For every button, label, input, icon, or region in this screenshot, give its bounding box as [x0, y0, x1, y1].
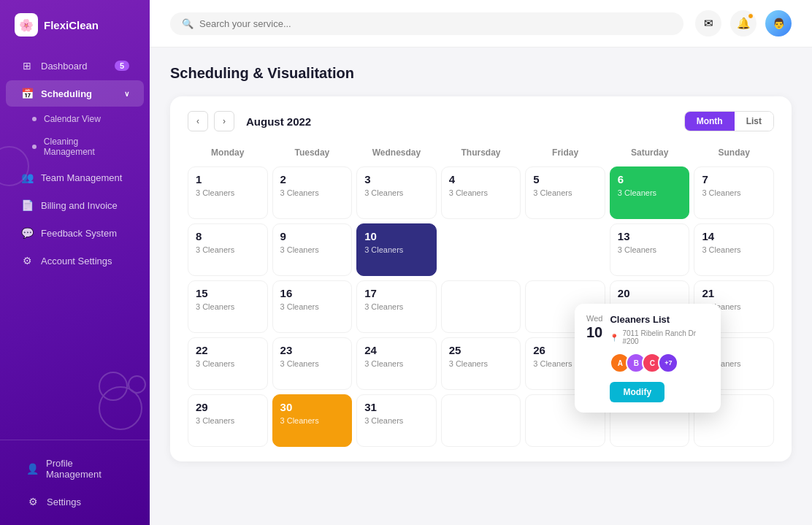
popup-address-text: 7011 Ribelin Ranch Dr #200 — [622, 329, 709, 345]
calendar-empty-a — [441, 394, 521, 447]
search-bar[interactable]: 🔍 — [170, 12, 683, 35]
day-header-tuesday: Tuesday — [272, 143, 353, 162]
billing-icon: 📄 — [20, 199, 34, 211]
sidebar-item-calendar-view[interactable]: Calendar View — [6, 108, 144, 130]
avatar-more: +7 — [658, 353, 678, 373]
calendar-day-23[interactable]: 23 3 Cleaners — [272, 337, 353, 390]
view-toggle: Month List — [684, 111, 774, 131]
sidebar-label-account-settings: Account Settings — [41, 256, 112, 267]
day-header-saturday: Saturday — [610, 143, 690, 162]
sidebar-item-dashboard[interactable]: ⊞ Dashboard 5 — [6, 53, 144, 79]
location-icon: 📍 — [610, 334, 618, 342]
calendar-popup-area — [441, 223, 521, 276]
sidebar-label-billing-invoice: Billing and Invoice — [41, 200, 118, 211]
sidebar-label-feedback-system: Feedback System — [41, 228, 117, 239]
calendar-day-4[interactable]: 4 3 Cleaners — [441, 166, 521, 219]
notification-button[interactable]: 🔔 — [730, 10, 757, 37]
logo-icon: 🌸 — [15, 13, 38, 37]
account-icon: ⚙ — [20, 255, 34, 267]
sidebar-item-scheduling[interactable]: 📅 Scheduling ∨ — [6, 80, 144, 107]
month-view-button[interactable]: Month — [685, 112, 735, 131]
calendar-wrapper: Monday Tuesday Wednesday Thursday Friday… — [188, 143, 774, 447]
calendar-day-5[interactable]: 5 3 Cleaners — [525, 166, 605, 219]
logo[interactable]: 🌸 FlexiClean — [0, 0, 150, 48]
bell-icon: 🔔 — [737, 17, 751, 30]
dashboard-icon: ⊞ — [20, 60, 34, 72]
notification-badge — [748, 13, 754, 19]
popup-title: Cleaners List — [610, 314, 709, 325]
mail-icon: ✉ — [704, 17, 713, 30]
sidebar-item-settings[interactable]: ⚙ Settings — [12, 488, 138, 515]
calendar-month: August 2022 — [246, 115, 311, 128]
chevron-down-icon: ∨ — [124, 90, 129, 98]
sidebar-item-cleaning-management[interactable]: Cleaning Management — [6, 131, 144, 163]
calendar-empty-12 — [525, 223, 605, 276]
prev-month-button[interactable]: ‹ — [188, 111, 208, 131]
calendar-day-25[interactable]: 25 3 Cleaners — [441, 337, 521, 390]
calendar-day-24[interactable]: 24 3 Cleaners — [356, 337, 437, 390]
popup-day-label: Wed — [586, 314, 602, 323]
feedback-icon: 💬 — [20, 227, 34, 239]
day-header-friday: Friday — [525, 143, 605, 162]
sidebar-item-feedback-system[interactable]: 💬 Feedback System — [6, 220, 144, 246]
calendar-day-1[interactable]: 1 3 Cleaners — [188, 166, 268, 219]
day-header-sunday: Sunday — [694, 143, 774, 162]
sidebar-label-profile-management: Profile Management — [46, 458, 123, 480]
calendar-day-7[interactable]: 7 3 Cleaners — [694, 166, 774, 219]
calendar-day-14[interactable]: 14 3 Cleaners — [694, 223, 774, 276]
cleaners-list-popup[interactable]: Wed 10 Cleaners List 📍 7011 Ribelin Ranc… — [575, 304, 721, 413]
list-view-button[interactable]: List — [735, 112, 773, 131]
calendar-header: ‹ › August 2022 Month List — [188, 111, 774, 131]
sidebar: 🌸 FlexiClean ⊞ Dashboard 5 📅 Scheduling … — [0, 0, 150, 525]
day-header-thursday: Thursday — [441, 143, 521, 162]
main-content: 🔍 ✉ 🔔 👨 Scheduling & Visualitation ‹ — [150, 0, 812, 525]
calendar-day-10[interactable]: 10 3 Cleaners — [356, 223, 437, 276]
profile-icon: 👤 — [26, 463, 39, 475]
sidebar-item-account-settings[interactable]: ⚙ Account Settings — [6, 248, 144, 274]
sidebar-nav: ⊞ Dashboard 5 📅 Scheduling ∨ Calendar Vi… — [0, 48, 150, 440]
sidebar-label-team-management: Team Management — [41, 172, 122, 183]
calendar-navigation: ‹ › August 2022 — [188, 111, 311, 131]
next-month-button[interactable]: › — [214, 111, 234, 131]
sidebar-label-settings: Settings — [47, 497, 81, 507]
day-header-monday: Monday — [188, 143, 268, 162]
avatar-image: 👨 — [773, 18, 785, 29]
calendar-day-2[interactable]: 2 3 Cleaners — [272, 166, 353, 219]
header: 🔍 ✉ 🔔 👨 — [150, 0, 812, 47]
calendar-day-6[interactable]: 6 3 Cleaners — [610, 166, 690, 219]
scheduling-icon: 📅 — [20, 88, 34, 99]
calendar-day-29[interactable]: 29 3 Cleaners — [188, 394, 268, 447]
calendar-day-30[interactable]: 30 3 Cleaners — [272, 394, 353, 447]
popup-address: 📍 7011 Ribelin Ranch Dr #200 — [610, 329, 709, 345]
sub-dot-icon — [32, 145, 37, 149]
calendar-day-15[interactable]: 15 3 Cleaners — [188, 280, 268, 333]
calendar-day-3[interactable]: 3 3 Cleaners — [356, 166, 437, 219]
team-icon: 👥 — [20, 172, 34, 183]
page-title: Scheduling & Visualitation — [170, 65, 792, 82]
mail-button[interactable]: ✉ — [695, 10, 721, 37]
settings-icon: ⚙ — [26, 496, 39, 507]
calendar-day-17[interactable]: 17 3 Cleaners — [356, 280, 437, 333]
modify-button[interactable]: Modify — [610, 382, 664, 402]
calendar-day-31[interactable]: 31 3 Cleaners — [356, 394, 437, 447]
calendar-day-13[interactable]: 13 3 Cleaners — [610, 223, 690, 276]
dashboard-badge: 5 — [115, 61, 129, 71]
sidebar-footer: 👤 Profile Management ⚙ Settings — [0, 440, 150, 525]
calendar-day-22[interactable]: 22 3 Cleaners — [188, 337, 268, 390]
sidebar-item-team-management[interactable]: 👥 Team Management — [6, 164, 144, 191]
search-input[interactable] — [199, 18, 672, 29]
calendar-day-16[interactable]: 16 3 Cleaners — [272, 280, 353, 333]
page-content: Scheduling & Visualitation ‹ › August 20… — [150, 47, 812, 525]
calendar-empty-18 — [441, 280, 521, 333]
sidebar-item-profile-management[interactable]: 👤 Profile Management — [12, 451, 138, 487]
sidebar-label-calendar-view: Calendar View — [44, 114, 101, 124]
day-header-wednesday: Wednesday — [356, 143, 437, 162]
sidebar-item-billing-invoice[interactable]: 📄 Billing and Invoice — [6, 192, 144, 218]
popup-date: 10 — [586, 324, 602, 341]
sidebar-label-dashboard: Dashboard — [41, 61, 88, 72]
calendar-day-8[interactable]: 8 3 Cleaners — [188, 223, 268, 276]
calendar-card: ‹ › August 2022 Month List Monday Tuesda… — [170, 96, 792, 461]
popup-avatars: A B C +7 — [610, 353, 709, 373]
user-avatar[interactable]: 👨 — [765, 10, 792, 37]
calendar-day-9[interactable]: 9 3 Cleaners — [272, 223, 353, 276]
